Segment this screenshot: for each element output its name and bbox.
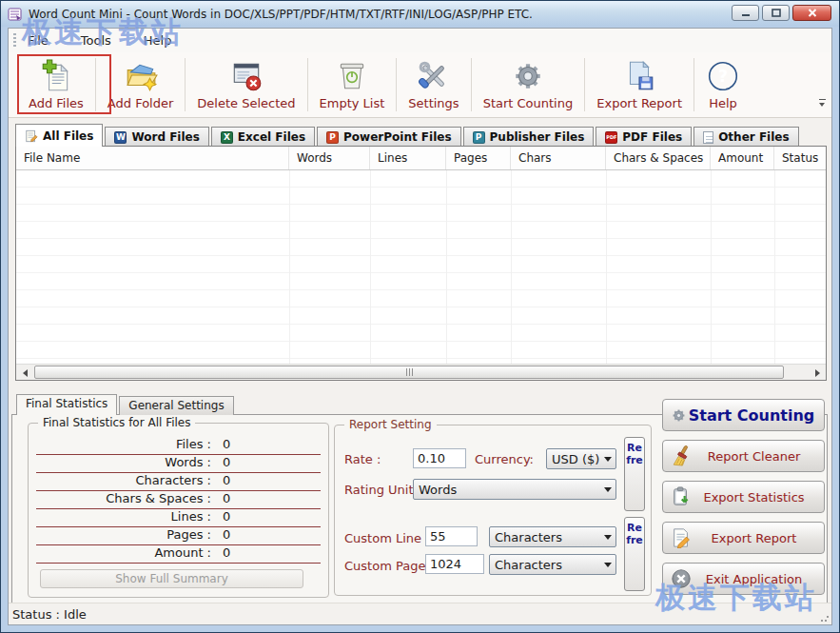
currency-select[interactable]: USD ($) xyxy=(546,448,616,469)
exit-application-button[interactable]: Exit Application xyxy=(662,563,825,595)
app-icon xyxy=(8,7,23,22)
toolbar-overflow-icon[interactable] xyxy=(817,99,828,109)
custom-page-label: Custom Page : xyxy=(344,559,434,573)
file-list-header: File Name Words Lines Pages Chars Chars … xyxy=(16,147,826,170)
close-button[interactable] xyxy=(792,5,831,21)
column-header-chars[interactable]: Chars xyxy=(511,147,606,169)
export-report-button[interactable]: Export Report xyxy=(662,522,825,554)
stat-row-words: Words : 0 xyxy=(36,455,321,473)
menu-tools[interactable]: Tools xyxy=(77,31,115,49)
client-area: File Tools Help Add Files Add Folder Del… xyxy=(8,28,832,625)
rating-unit-label: Rating Unit : xyxy=(344,483,421,497)
chevron-down-icon xyxy=(600,457,615,462)
final-statistics-group: Final Statistics for All Files Files : 0… xyxy=(28,423,329,598)
rate-label: Rate : xyxy=(344,452,381,466)
menu-file[interactable]: File xyxy=(24,31,52,49)
close-icon xyxy=(808,9,817,17)
scroll-right-arrow[interactable] xyxy=(810,366,825,380)
word-file-icon: W xyxy=(114,131,127,144)
tab-word-files[interactable]: W Word Files xyxy=(105,127,208,147)
refresh-button-bottom[interactable]: Refre xyxy=(624,517,645,591)
add-folder-icon xyxy=(124,59,158,93)
custom-page-unit-select[interactable]: Characters xyxy=(489,554,616,575)
toolbar: Add Files Add Folder Delete Selected Emp… xyxy=(9,52,831,118)
column-gridline xyxy=(289,170,290,364)
column-header-lines[interactable]: Lines xyxy=(370,147,446,169)
column-header-pages[interactable]: Pages xyxy=(446,147,511,169)
column-header-words[interactable]: Words xyxy=(289,147,370,169)
delete-selected-button[interactable]: Delete Selected xyxy=(186,52,306,117)
column-gridline xyxy=(606,170,607,364)
settings-button[interactable]: Settings xyxy=(397,52,470,117)
tab-excel-files[interactable]: X Excel Files xyxy=(211,127,315,147)
start-counting-toolbar-button[interactable]: Start Counting xyxy=(472,52,585,117)
refresh-button-top[interactable]: Refre xyxy=(624,437,645,511)
tab-publisher-files[interactable]: P Publisher Files xyxy=(463,127,595,147)
maximize-button[interactable] xyxy=(762,5,790,21)
gear-icon xyxy=(511,59,545,93)
stat-row-chars-spaces: Chars & Spaces : 0 xyxy=(36,491,321,509)
add-files-button[interactable]: Add Files xyxy=(17,52,95,117)
column-header-amount[interactable]: Amount xyxy=(711,147,774,169)
custom-line-unit-select[interactable]: Characters xyxy=(489,526,616,547)
settings-icon xyxy=(417,59,451,93)
app-window: Word Count Mini - Count Words in DOC/XLS… xyxy=(0,0,840,633)
bottom-tabs: Final Statistics General Settings xyxy=(16,396,236,415)
tab-general-settings[interactable]: General Settings xyxy=(119,396,233,415)
empty-list-icon xyxy=(335,59,369,93)
title-bar: Word Count Mini - Count Words in DOC/XLS… xyxy=(1,1,839,27)
all-files-icon xyxy=(25,129,38,143)
column-gridline xyxy=(711,170,712,364)
tab-powerpoint-files[interactable]: P PowerPoint Files xyxy=(317,127,461,147)
report-setting-group-title: Report Setting xyxy=(344,418,437,431)
chevron-down-icon xyxy=(600,487,615,492)
chevron-down-icon xyxy=(600,535,615,540)
minimize-icon xyxy=(741,9,751,17)
column-gridline xyxy=(774,170,775,364)
tab-other-files[interactable]: Other Files xyxy=(693,127,798,147)
export-statistics-button[interactable]: Export Statistics xyxy=(662,481,825,513)
resize-grip[interactable] xyxy=(820,613,830,623)
help-button[interactable]: Help xyxy=(694,52,752,117)
column-gridline xyxy=(511,170,512,364)
custom-page-input[interactable] xyxy=(425,554,484,574)
minimize-button[interactable] xyxy=(732,5,759,21)
export-statistics-icon xyxy=(671,486,692,507)
tab-final-statistics[interactable]: Final Statistics xyxy=(16,394,117,415)
tab-all-files[interactable]: All Files xyxy=(15,124,103,147)
column-header-chars-spaces[interactable]: Chars & Spaces xyxy=(606,147,711,169)
add-folder-button[interactable]: Add Folder xyxy=(96,52,185,117)
menu-bar: File Tools Help xyxy=(9,29,831,52)
powerpoint-file-icon: P xyxy=(326,131,339,144)
window-controls xyxy=(732,5,831,21)
start-counting-button[interactable]: Start Counting xyxy=(662,399,825,431)
report-cleaner-button[interactable]: Report Cleaner xyxy=(662,440,825,472)
show-full-summary-button[interactable]: Show Full Summary xyxy=(40,569,303,588)
pdf-file-icon: PDF xyxy=(605,131,617,144)
chevron-down-icon xyxy=(600,563,615,567)
delete-selected-icon xyxy=(229,59,264,93)
gear-icon xyxy=(671,407,687,424)
tab-pdf-files[interactable]: PDF PDF Files xyxy=(596,127,692,147)
export-report-toolbar-button[interactable]: Export Report xyxy=(585,52,693,117)
empty-list-button[interactable]: Empty List xyxy=(308,52,397,117)
broom-icon xyxy=(671,445,692,466)
stat-row-lines: Lines : 0 xyxy=(36,509,321,527)
menu-help[interactable]: Help xyxy=(140,31,176,49)
statistics-rows: Files : 0 Words : 0 Characters : 0 Chars… xyxy=(36,437,321,564)
horizontal-scrollbar[interactable] xyxy=(16,364,826,380)
custom-line-label: Custom Line : xyxy=(344,531,430,545)
rate-input[interactable] xyxy=(413,448,466,468)
scrollbar-thumb[interactable] xyxy=(34,366,784,379)
column-header-file-name[interactable]: File Name xyxy=(16,147,289,169)
stat-row-files: Files : 0 xyxy=(36,437,321,455)
custom-line-input[interactable] xyxy=(425,526,478,546)
window-title: Word Count Mini - Count Words in DOC/XLS… xyxy=(29,8,533,21)
column-header-status[interactable]: Status xyxy=(774,147,826,169)
column-gridline xyxy=(370,170,371,364)
scroll-left-arrow[interactable] xyxy=(17,366,32,380)
rating-unit-select[interactable]: Words xyxy=(413,479,616,500)
help-icon xyxy=(706,59,740,93)
status-bar: Status : Idle xyxy=(9,603,831,624)
file-list-body[interactable] xyxy=(16,170,826,364)
